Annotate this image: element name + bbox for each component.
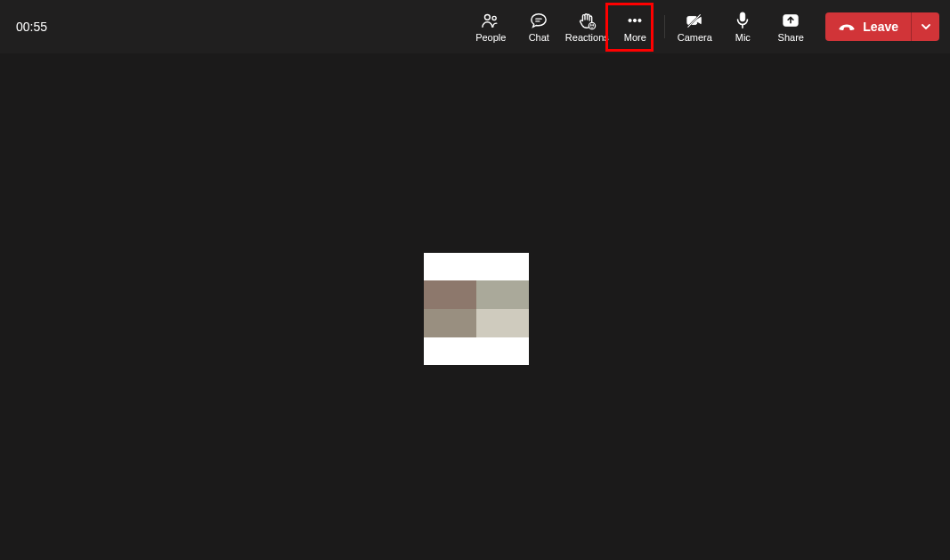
tile-cell: [424, 280, 476, 309]
svg-point-9: [638, 19, 641, 21]
camera-button[interactable]: Camera: [670, 4, 719, 50]
leave-button[interactable]: Leave: [825, 12, 911, 41]
share-button[interactable]: Share: [767, 4, 815, 50]
meeting-toolbar: 00:55 People Chat: [0, 0, 950, 53]
camera-label: Camera: [678, 32, 712, 43]
svg-point-8: [634, 19, 637, 21]
leave-label: Leave: [863, 20, 898, 34]
svg-point-1: [492, 16, 496, 20]
camera-off-icon: [685, 11, 704, 30]
reactions-button[interactable]: Reactions: [563, 4, 611, 50]
more-label: More: [624, 32, 646, 43]
svg-point-7: [629, 19, 631, 21]
tile-cell: [424, 309, 476, 337]
share-screen-icon: [781, 11, 800, 30]
toolbar-controls: People Chat Re: [467, 0, 939, 53]
svg-rect-13: [741, 12, 745, 21]
tile-cell: [476, 280, 529, 309]
tile-cell: [476, 309, 529, 337]
svg-point-6: [593, 25, 594, 26]
more-ellipsis-icon: [625, 11, 645, 30]
chat-label: Chat: [529, 32, 549, 43]
leave-button-group: Leave: [825, 12, 939, 41]
mic-button[interactable]: Mic: [719, 4, 767, 50]
toolbar-divider: [664, 15, 665, 38]
mic-label: Mic: [735, 32, 751, 43]
svg-point-5: [591, 25, 592, 26]
participant-tile: [424, 253, 529, 365]
meeting-timer: 00:55: [16, 20, 47, 34]
reactions-label: Reactions: [565, 32, 609, 43]
leave-options-button[interactable]: [911, 12, 939, 41]
chat-icon: [529, 11, 548, 30]
people-label: People: [475, 32, 506, 43]
hangup-icon: [838, 20, 856, 33]
chevron-down-icon: [921, 21, 931, 32]
microphone-icon: [733, 11, 752, 30]
chat-button[interactable]: Chat: [515, 4, 563, 50]
people-icon: [481, 11, 500, 30]
share-label: Share: [778, 32, 804, 43]
svg-point-4: [589, 22, 596, 28]
svg-point-0: [485, 14, 491, 20]
more-button[interactable]: More: [611, 4, 659, 50]
raise-hand-icon: [577, 11, 597, 30]
people-button[interactable]: People: [467, 4, 515, 50]
